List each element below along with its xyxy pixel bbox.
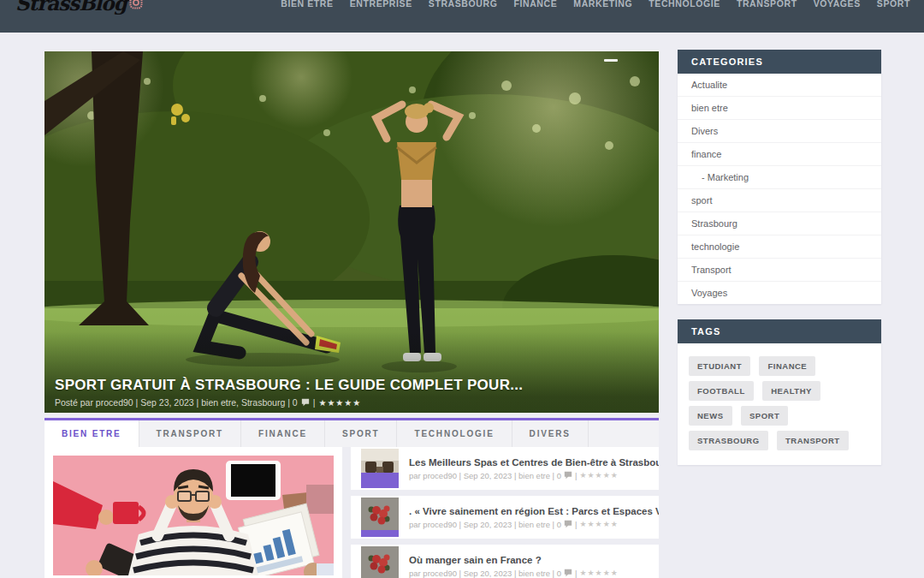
tag-cloud: ETUDIANT FINANCE FOOTBALL HEALTHY NEWS S… (678, 343, 881, 465)
category-item-bien-etre[interactable]: bien etre (678, 97, 881, 120)
nav-item-transport[interactable]: TRANSPORT (737, 0, 797, 9)
category-item-sport[interactable]: sport (678, 189, 881, 212)
site-logo-text: StrassBlog (15, 0, 127, 13)
rating-stars: ★★★★★ (579, 471, 618, 480)
categories-panel: CATEGORIES Actualite bien etre Divers fi… (678, 50, 881, 304)
logo-instagram-icon (129, 0, 143, 9)
category-item-strasbourg[interactable]: Strasbourg (678, 212, 881, 235)
article-meta: par proced90 | Sep 20, 2023 | bien etre … (409, 520, 659, 529)
article-meta-text: par proced90 | Sep 20, 2023 | bien etre … (409, 471, 561, 480)
article-meta: par proced90 | Sep 20, 2023 | bien etre … (409, 569, 619, 578)
category-item-technologie[interactable]: technologie (678, 235, 881, 259)
article-thumbnail-spa[interactable] (361, 449, 399, 488)
tags-panel-title: TAGS (678, 319, 881, 343)
nav-item-entreprise[interactable]: ENTREPRISE (350, 0, 412, 9)
tab-bien-etre[interactable]: BIEN ETRE (44, 420, 139, 447)
slider-indicator[interactable] (604, 59, 618, 62)
nav-item-voyages[interactable]: VOYAGES (814, 0, 861, 9)
tag-etudiant[interactable]: ETUDIANT (689, 356, 750, 376)
meta-separator: | (313, 397, 316, 408)
category-item-transport[interactable]: Transport (678, 259, 881, 282)
tab-technologie[interactable]: TECHNOLOGIE (397, 420, 512, 447)
article-row[interactable]: Où manger sain en France ? par proced90 … (351, 545, 659, 578)
category-item-marketing[interactable]: - Marketing (678, 166, 881, 189)
meta-separator: | (575, 471, 577, 480)
nav-item-strasbourg[interactable]: STRASBOURG (429, 0, 498, 9)
rating-stars: ★★★★★ (318, 398, 361, 408)
category-item-finance[interactable]: finance (678, 143, 881, 166)
tab-divers[interactable]: DIVERS (512, 420, 589, 447)
main-nav: BIEN ETRE ENTREPRISE STRASBOURG FINANCE … (281, 0, 910, 9)
article-meta-text: par proced90 | Sep 20, 2023 | bien etre … (409, 520, 561, 529)
category-item-actualite[interactable]: Actualite (678, 74, 881, 97)
article-meta: par proced90 | Sep 20, 2023 | bien etre … (409, 471, 659, 480)
rating-stars: ★★★★★ (579, 569, 618, 577)
categories-panel-title: CATEGORIES (678, 50, 881, 74)
tab-transport[interactable]: TRANSPORT (139, 420, 241, 447)
article-list: Les Meilleurs Spas et Centres de Bien-êt… (351, 447, 659, 578)
featured-post-card[interactable] (44, 447, 342, 578)
nav-item-bien-etre[interactable]: BIEN ETRE (281, 0, 333, 9)
nav-item-finance[interactable]: FINANCE (513, 0, 557, 9)
article-title[interactable]: Les Meilleurs Spas et Centres de Bien-êt… (409, 457, 659, 468)
nav-item-marketing[interactable]: MARKETING (573, 0, 632, 9)
category-item-divers[interactable]: Divers (678, 120, 881, 143)
article-row[interactable]: Les Meilleurs Spas et Centres de Bien-êt… (351, 447, 659, 490)
categories-list: Actualite bien etre Divers finance - Mar… (678, 74, 881, 304)
comment-count-icon (564, 520, 572, 528)
tag-sport[interactable]: SPORT (741, 406, 788, 426)
tag-strasbourg[interactable]: STRASBOURG (689, 431, 768, 450)
top-header: StrassBlog BIEN ETRE ENTREPRISE STRASBOU… (0, 0, 924, 33)
nav-item-technologie[interactable]: TECHNOLOGIE (649, 0, 720, 9)
tag-transport[interactable]: TRANSPORT (777, 431, 849, 450)
site-logo[interactable]: StrassBlog (15, 0, 143, 13)
hero-slide[interactable]: SPORT GRATUIT À STRASBOURG : LE GUIDE CO… (44, 51, 659, 413)
sidebar: CATEGORIES Actualite bien etre Divers fi… (678, 50, 881, 480)
hero-caption: SPORT GRATUIT À STRASBOURG : LE GUIDE CO… (55, 376, 649, 408)
category-item-voyages[interactable]: Voyages (678, 282, 881, 304)
tag-football[interactable]: FOOTBALL (689, 381, 754, 401)
hero-post-meta: Posté par proced90 | Sep 23, 2023 | bien… (55, 397, 649, 408)
article-thumbnail-fruits[interactable] (361, 546, 399, 578)
rating-stars: ★★★★★ (579, 520, 618, 528)
category-tabs: BIEN ETRE TRANSPORT FINANCE SPORT TECHNO… (44, 418, 659, 447)
tags-panel: TAGS ETUDIANT FINANCE FOOTBALL HEALTHY N… (678, 319, 881, 465)
tab-sport[interactable]: SPORT (325, 420, 397, 447)
article-row[interactable]: . « Vivre sainement en région Est : Parc… (351, 496, 659, 539)
comment-count-icon (301, 398, 310, 407)
article-title[interactable]: Où manger sain en France ? (409, 555, 619, 566)
comment-count-icon (564, 471, 572, 480)
tag-healthy[interactable]: HEALTHY (762, 381, 820, 401)
article-thumbnail-fruits[interactable] (361, 498, 399, 537)
tag-news[interactable]: NEWS (689, 406, 732, 426)
hero-meta-text: Posté par proced90 | Sep 23, 2023 | bien… (55, 397, 298, 408)
featured-post-image (53, 456, 334, 575)
article-meta-text: par proced90 | Sep 20, 2023 | bien etre … (409, 569, 561, 578)
article-title[interactable]: . « Vivre sainement en région Est : Parc… (409, 506, 659, 517)
meta-separator: | (575, 569, 577, 578)
tag-finance[interactable]: FINANCE (759, 356, 815, 376)
hero-post-title[interactable]: SPORT GRATUIT À STRASBOURG : LE GUIDE CO… (55, 376, 649, 395)
nav-item-sport[interactable]: SPORT (877, 0, 910, 9)
meta-separator: | (575, 520, 577, 529)
comment-count-icon (564, 569, 572, 577)
tab-finance[interactable]: FINANCE (241, 420, 325, 447)
